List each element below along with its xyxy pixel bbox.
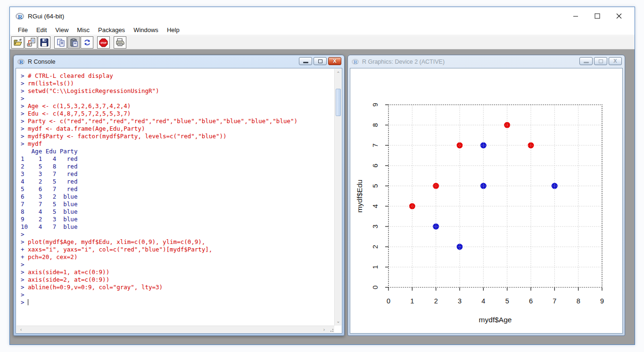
graphics-title: R Graphics: Device 2 (ACTIVE) <box>362 59 445 65</box>
scroll-down-arrow[interactable]: ⌄ <box>335 318 342 325</box>
scroll-left-arrow[interactable]: ‹ <box>17 326 25 333</box>
svg-text:9: 9 <box>372 103 379 107</box>
scatter-plot: 01234567890123456789mydf$Agemydf$Edu <box>350 68 623 334</box>
svg-text:8: 8 <box>372 123 379 127</box>
mdi-workspace: R R Console X > # CTRL-L cleared display… <box>10 50 635 344</box>
console-horizontal-scrollbar[interactable]: ‹ › <box>17 326 334 333</box>
console-line: > mydf$Party <- factor(mydf$Party, level… <box>21 133 334 140</box>
console-vertical-scrollbar[interactable]: ⌃ ⌄ <box>334 69 341 326</box>
console-minimize-button[interactable] <box>299 57 312 65</box>
console-line: 10 4 7 blue <box>21 223 334 231</box>
copy-button[interactable] <box>54 36 67 49</box>
svg-text:2: 2 <box>434 297 438 305</box>
console-line: > mydf <box>21 140 334 148</box>
svg-text:2: 2 <box>372 245 379 249</box>
menu-item-view[interactable]: View <box>51 25 73 35</box>
console-title: R Console <box>28 59 55 65</box>
print-button[interactable] <box>114 36 126 49</box>
load-workspace-button[interactable] <box>25 36 37 49</box>
svg-text:4: 4 <box>372 204 379 208</box>
open-script-button[interactable] <box>11 36 24 49</box>
console-line: > setwd("C:\\LogisticRegressionUsingR") <box>21 87 334 95</box>
save-workspace-button[interactable] <box>38 36 50 49</box>
console-line: 5 6 7 red <box>21 185 334 193</box>
paste-button[interactable] <box>67 36 80 49</box>
console-line: > axis(side=1, at=c(0:9)) <box>21 268 334 276</box>
minimize-button[interactable] <box>565 7 586 25</box>
maximize-button[interactable] <box>586 7 608 25</box>
graphics-minimize-button[interactable] <box>579 57 593 65</box>
window-title: RGui (64-bit) <box>28 13 64 20</box>
copy-and-paste-button[interactable] <box>81 36 93 49</box>
graphics-close-button[interactable]: X <box>609 57 622 65</box>
console-line: 8 4 5 blue <box>21 208 334 216</box>
svg-text:R: R <box>18 13 23 20</box>
console-line: > <box>21 261 334 268</box>
toolbar: STOP <box>10 36 635 50</box>
scrollbar-thumb[interactable] <box>336 89 341 116</box>
svg-text:3: 3 <box>458 297 462 305</box>
menu-item-file[interactable]: File <box>14 25 32 35</box>
svg-text:3: 3 <box>372 225 379 228</box>
main-titlebar[interactable]: R RGui (64-bit) <box>10 7 635 25</box>
close-button[interactable] <box>608 7 630 25</box>
svg-text:8: 8 <box>577 297 580 305</box>
svg-text:5: 5 <box>505 297 509 305</box>
console-line: > mydf <- data.frame(Age,Edu,Party) <box>21 125 334 133</box>
rgui-main-window: R RGui (64-bit) FileEditViewMiscPackages… <box>9 7 635 345</box>
console-line: + pch=20, cex=2) <box>21 253 334 261</box>
circular-arrows-icon <box>83 38 91 47</box>
resize-grip[interactable] <box>329 327 333 332</box>
load-workspace-icon <box>26 38 36 47</box>
console-line: > <box>21 95 334 102</box>
console-close-button[interactable]: X <box>328 57 341 65</box>
svg-text:6: 6 <box>372 164 379 168</box>
console-client-area: > # CTRL-L cleared display> rm(list=ls()… <box>16 68 342 334</box>
console-line: 4 2 5 red <box>21 178 334 185</box>
console-line: + xaxs="i", yaxs="i", col=c("red","blue"… <box>21 246 334 253</box>
menu-item-misc[interactable]: Misc <box>73 25 94 35</box>
scroll-right-arrow[interactable]: › <box>321 326 328 333</box>
menu-item-edit[interactable]: Edit <box>32 25 51 35</box>
console-line: > Party <- c("red","red","red","red","re… <box>21 117 334 125</box>
svg-text:1: 1 <box>410 297 414 305</box>
paste-icon <box>70 38 78 47</box>
scroll-up-arrow[interactable]: ⌃ <box>335 70 342 77</box>
stop-sign-icon: STOP <box>99 38 108 47</box>
text-cursor <box>28 299 28 305</box>
console-line: > # CTRL-L cleared display <box>21 72 334 80</box>
console-line: > <box>21 299 334 306</box>
svg-text:9: 9 <box>600 297 604 305</box>
menu-item-windows[interactable]: Windows <box>129 25 163 35</box>
console-line: 7 7 5 blue <box>21 201 334 208</box>
svg-text:0: 0 <box>387 297 390 305</box>
svg-text:R: R <box>354 59 358 65</box>
r-logo-icon: R <box>352 58 359 65</box>
console-line: 1 1 4 red <box>21 155 334 163</box>
console-line: > abline(h=0:9,v=0:9, col="gray", lty=3) <box>21 284 334 291</box>
graphics-titlebar[interactable]: R R Graphics: Device 2 (ACTIVE) X <box>348 55 625 68</box>
desktop: R RGui (64-bit) FileEditViewMiscPackages… <box>0 0 644 352</box>
printer-icon <box>116 38 124 47</box>
svg-text:4: 4 <box>481 297 485 305</box>
r-logo-icon: R <box>17 58 25 65</box>
console-titlebar[interactable]: R R Console X <box>14 55 344 68</box>
console-restore-button[interactable] <box>314 57 327 65</box>
menu-item-help[interactable]: Help <box>163 25 184 35</box>
console-line: > <box>21 291 334 299</box>
console-line: > Age <- c(1,5,3,2,6,3,7,4,2,4) <box>21 102 334 110</box>
graphics-client-area: 01234567890123456789mydf$Agemydf$Edu <box>350 68 623 334</box>
stop-button[interactable]: STOP <box>97 36 110 49</box>
graphics-restore-button[interactable] <box>594 57 607 65</box>
r-console-window: R R Console X > # CTRL-L cleared display… <box>13 55 345 336</box>
console-line: > <box>21 231 334 238</box>
floppy-save-icon <box>40 38 49 47</box>
console-line: 6 3 2 blue <box>21 193 334 201</box>
menu-bar: FileEditViewMiscPackagesWindowsHelp <box>10 25 635 35</box>
console-line: > rm(list=ls()) <box>21 80 334 87</box>
console-text-area[interactable]: > # CTRL-L cleared display> rm(list=ls()… <box>17 69 334 326</box>
svg-text:STOP: STOP <box>100 42 106 44</box>
svg-text:7: 7 <box>372 143 379 147</box>
folder-open-icon <box>13 38 23 47</box>
menu-item-packages[interactable]: Packages <box>94 25 129 35</box>
